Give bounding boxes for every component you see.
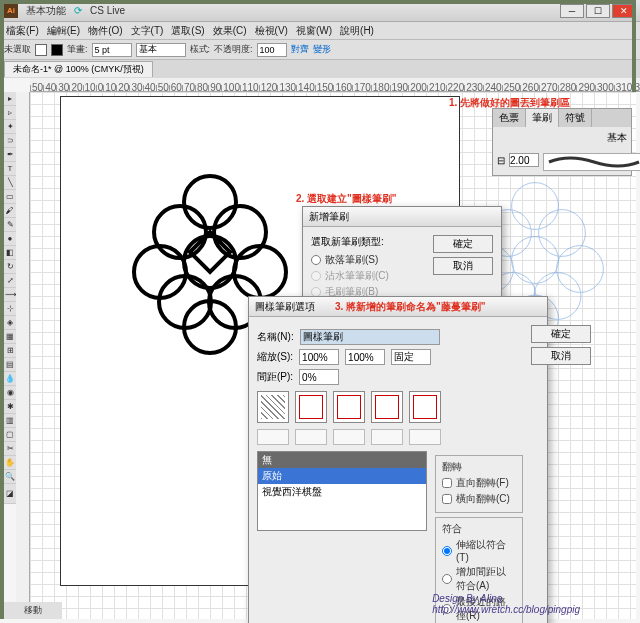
fit-stretch-radio[interactable] bbox=[442, 546, 452, 556]
hand-tool[interactable]: ✋ bbox=[4, 456, 16, 470]
tile-inner[interactable] bbox=[333, 391, 365, 423]
subtile-1[interactable] bbox=[257, 429, 289, 445]
line-tool[interactable]: ╲ bbox=[4, 176, 16, 190]
type-tool[interactable]: T bbox=[4, 162, 16, 176]
flip-v-check[interactable] bbox=[442, 494, 452, 504]
tile-outer[interactable] bbox=[295, 391, 327, 423]
dialog1-prompt: 選取新筆刷類型: bbox=[311, 235, 425, 249]
list-item-original[interactable]: 原始 bbox=[258, 468, 426, 484]
perspective-tool[interactable]: ▦ bbox=[4, 330, 16, 344]
zoom-tool[interactable]: 🔍 bbox=[4, 470, 16, 484]
brush-stroke-preview[interactable] bbox=[543, 153, 640, 171]
list-item-checker[interactable]: 視覺西洋棋盤 bbox=[258, 484, 426, 500]
name-label: 名稱(N): bbox=[257, 330, 294, 344]
space-input[interactable] bbox=[299, 369, 339, 385]
eyedropper-tool[interactable]: 💧 bbox=[4, 372, 16, 386]
free-tool[interactable]: ⊹ bbox=[4, 302, 16, 316]
brushes-panel: 色票 筆刷 符號 基本 ⊟ bbox=[492, 108, 632, 176]
fit-legend: 符合 bbox=[442, 522, 516, 536]
graph-tool[interactable]: ▥ bbox=[4, 414, 16, 428]
flip-legend: 翻轉 bbox=[442, 460, 516, 474]
annotation-3: 3. 將新增的筆刷命名為"藤蔓筆刷" bbox=[335, 300, 486, 314]
rotate-tool[interactable]: ↻ bbox=[4, 260, 16, 274]
pencil-tool[interactable]: ✎ bbox=[4, 218, 16, 232]
svg-point-0 bbox=[184, 176, 236, 228]
pattern-listbox[interactable]: 無 原始 視覺西洋棋盤 bbox=[257, 451, 427, 531]
blob-tool[interactable]: ● bbox=[4, 232, 16, 246]
selection-tool[interactable]: ▸ bbox=[4, 92, 16, 106]
rect-tool[interactable]: ▭ bbox=[4, 190, 16, 204]
eraser-tool[interactable]: ◧ bbox=[4, 246, 16, 260]
panel-tab-symbols[interactable]: 符號 bbox=[559, 109, 592, 127]
scale-tool[interactable]: ⤢ bbox=[4, 274, 16, 288]
svg-point-12 bbox=[512, 237, 559, 284]
dialog2-title: 圖樣筆刷選項 bbox=[255, 300, 315, 314]
svg-point-14 bbox=[557, 246, 604, 293]
subtile-5[interactable] bbox=[409, 429, 441, 445]
artboard-tool[interactable]: ▢ bbox=[4, 428, 16, 442]
space-label: 間距(P): bbox=[257, 370, 293, 384]
mesh-tool[interactable]: ⊞ bbox=[4, 344, 16, 358]
blend-tool[interactable]: ◉ bbox=[4, 386, 16, 400]
credit: Design By Alina http://www.wretch.cc/blo… bbox=[432, 593, 580, 615]
fill-stroke[interactable]: ◪ bbox=[4, 484, 16, 504]
status-bar: 移動 bbox=[4, 602, 62, 619]
pattern-brush-dialog: 圖樣筆刷選項 3. 將新增的筆刷命名為"藤蔓筆刷" 名稱(N): 縮放(S):固… bbox=[248, 296, 548, 623]
width-tool[interactable]: ⟿ bbox=[4, 288, 16, 302]
wand-tool[interactable]: ✦ bbox=[4, 120, 16, 134]
tile-start[interactable] bbox=[371, 391, 403, 423]
annotation-2: 2. 選取建立"圖樣筆刷" bbox=[296, 192, 397, 206]
direct-select-tool[interactable]: ▹ bbox=[4, 106, 16, 120]
dialog2-cancel-button[interactable]: 取消 bbox=[531, 347, 591, 365]
lasso-tool[interactable]: ⊃ bbox=[4, 134, 16, 148]
scale-input[interactable] bbox=[299, 349, 339, 365]
dialog2-ok-button[interactable]: 確定 bbox=[531, 325, 591, 343]
brush-size-input[interactable] bbox=[509, 153, 539, 167]
brush-tool[interactable]: 🖌 bbox=[4, 204, 16, 218]
shape-tool[interactable]: ◈ bbox=[4, 316, 16, 330]
svg-point-2 bbox=[214, 206, 266, 258]
radio-calligraphic bbox=[311, 271, 321, 281]
ruler-vertical bbox=[16, 92, 30, 619]
scale-input2[interactable] bbox=[345, 349, 385, 365]
subtile-4[interactable] bbox=[371, 429, 403, 445]
gradient-tool[interactable]: ▤ bbox=[4, 358, 16, 372]
flip-h-check[interactable] bbox=[442, 478, 452, 488]
subtile-3[interactable] bbox=[333, 429, 365, 445]
svg-point-9 bbox=[512, 183, 559, 230]
symbol-tool[interactable]: ✱ bbox=[4, 400, 16, 414]
dialog1-title: 新增筆刷 bbox=[303, 207, 501, 227]
tile-end[interactable] bbox=[409, 391, 441, 423]
slice-tool[interactable]: ✂ bbox=[4, 442, 16, 456]
fit-space-radio[interactable] bbox=[442, 574, 452, 584]
tile-side[interactable] bbox=[257, 391, 289, 423]
svg-point-3 bbox=[184, 236, 236, 288]
tools-panel: ▸ ▹ ✦ ⊃ ✒ T ╲ ▭ 🖌 ✎ ● ◧ ↻ ⤢ ⟿ ⊹ ◈ ▦ ⊞ ▤ … bbox=[4, 92, 16, 504]
dialog1-cancel-button[interactable]: 取消 bbox=[433, 257, 493, 275]
panel-tab-brushes[interactable]: 筆刷 bbox=[526, 109, 559, 127]
pen-tool[interactable]: ✒ bbox=[4, 148, 16, 162]
name-input[interactable] bbox=[300, 329, 440, 345]
scale-label: 縮放(S): bbox=[257, 350, 293, 364]
basic-brush-label[interactable]: 基本 bbox=[497, 131, 627, 145]
svg-point-11 bbox=[539, 210, 586, 257]
dialog1-ok-button[interactable]: 確定 bbox=[433, 235, 493, 253]
radio-scatter[interactable] bbox=[311, 255, 321, 265]
subtile-2[interactable] bbox=[295, 429, 327, 445]
svg-point-1 bbox=[154, 206, 206, 258]
scale-mode-select[interactable]: 固定 bbox=[391, 349, 431, 365]
panel-tab-swatches[interactable]: 色票 bbox=[493, 109, 526, 127]
slider-icon[interactable]: ⊟ bbox=[497, 155, 505, 166]
